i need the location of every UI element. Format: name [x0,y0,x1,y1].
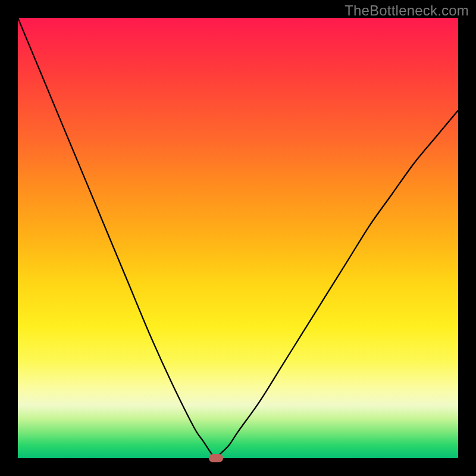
optimal-point-marker [209,454,223,462]
bottleneck-curve [18,18,458,458]
chart-frame: TheBottleneck.com [0,0,476,476]
plot-area [18,18,458,458]
watermark-text: TheBottleneck.com [345,2,469,19]
